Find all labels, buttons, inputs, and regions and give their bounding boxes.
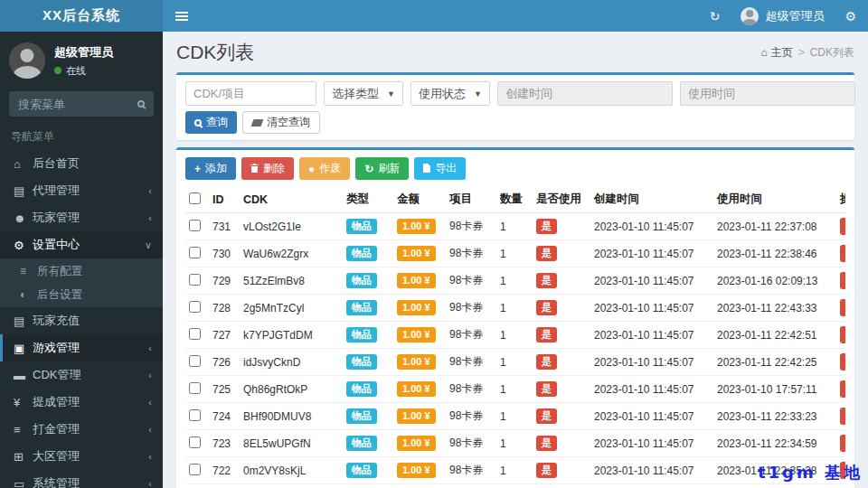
row-checkbox[interactable] xyxy=(189,355,201,367)
column-header: 项目 xyxy=(446,186,496,213)
cell-cdk: Qh86gRtOkP xyxy=(240,376,343,403)
cell-id: 722 xyxy=(209,457,240,484)
breadcrumb-home-link[interactable]: ⌂ 主页 xyxy=(760,45,792,61)
add-button[interactable]: + 添加 xyxy=(185,157,236,180)
cell-created: 2023-01-10 11:45:07 xyxy=(590,349,713,376)
refresh-button[interactable]: ↻ xyxy=(698,0,732,32)
delete-row-button[interactable] xyxy=(840,353,845,371)
row-checkbox[interactable] xyxy=(189,436,201,448)
chevron-icon: ‹ xyxy=(148,424,152,435)
row-checkbox[interactable] xyxy=(189,409,201,421)
sidebar-item-cdk[interactable]: ▬CDK管理‹ xyxy=(0,361,163,389)
amount-badge: 1.00 ¥ xyxy=(397,408,436,424)
cell-id: 727 xyxy=(209,322,240,349)
sidebar-item-home[interactable]: ⌂后台首页 xyxy=(0,150,163,177)
void-button-label: 作废 xyxy=(319,161,341,176)
delete-row-button[interactable] xyxy=(840,380,845,398)
online-dot-icon xyxy=(54,67,61,74)
sidebar-toggle-button[interactable] xyxy=(163,0,201,32)
type-select[interactable]: 选择类型 ▼ xyxy=(324,81,403,106)
delete-row-button[interactable] xyxy=(840,435,845,452)
caret-down-icon: ▼ xyxy=(474,89,482,99)
sidebar-item-player[interactable]: ☻玩家管理‹ xyxy=(0,204,163,231)
sidebar-item-recharge[interactable]: ▤玩家充值 xyxy=(0,307,163,334)
sidebar-search xyxy=(9,91,154,117)
row-checkbox[interactable] xyxy=(189,220,201,231)
add-button-label: 添加 xyxy=(205,161,227,176)
used-time-input[interactable] xyxy=(680,81,855,106)
used-badge: 是 xyxy=(536,246,557,261)
row-checkbox[interactable] xyxy=(189,274,201,286)
cell-qty: 1 xyxy=(496,403,533,430)
refresh-button-label: 刷新 xyxy=(378,161,400,176)
sidebar-item-label: 游戏管理 xyxy=(33,340,80,356)
cell-created: 2023-01-10 11:45:07 xyxy=(590,322,713,349)
sidebar-item-backend-settings[interactable]: ◐后台设置 xyxy=(0,283,163,306)
cell-cdk: 0m2VY8sKjL xyxy=(240,457,343,484)
type-badge: 物品 xyxy=(346,463,377,478)
row-checkbox[interactable] xyxy=(189,247,201,258)
table-row: 727k7YPJGTdDM物品1.00 ¥98卡券1是2023-01-10 11… xyxy=(185,322,845,349)
sidebar-item-label: 打金管理 xyxy=(33,421,80,437)
delete-row-button[interactable] xyxy=(840,218,845,235)
status-select[interactable]: 使用状态 ▼ xyxy=(410,81,490,106)
created-time-input[interactable] xyxy=(497,81,673,106)
row-checkbox[interactable] xyxy=(189,301,201,313)
cell-id: 730 xyxy=(209,240,240,267)
delete-button-label: 删除 xyxy=(263,161,285,176)
page-title: CDK列表 xyxy=(176,40,254,65)
users-icon: ☻ xyxy=(14,211,33,225)
sidebar-item-commission[interactable]: ¥提成管理‹ xyxy=(0,389,163,416)
settings-button[interactable]: ⚙ xyxy=(833,0,868,32)
content-header: CDK列表 ⌂ 主页 > CDK列表 xyxy=(163,32,868,72)
search-button[interactable] xyxy=(128,91,154,117)
table-toolbar: + 添加 删除 ● 作废 ↻ 刷新 导出 xyxy=(185,157,845,180)
sidebar-item-settings[interactable]: ⚙设置中心∨ xyxy=(0,231,163,258)
user-status: 在线 xyxy=(54,64,113,78)
chevron-icon: ‹ xyxy=(148,478,152,488)
sidebar-item-gold[interactable]: ≡打金管理‹ xyxy=(0,416,163,443)
export-button[interactable]: 导出 xyxy=(414,157,466,180)
navbar-user-menu[interactable]: 超级管理员 xyxy=(731,0,833,32)
cell-project: 98卡券 xyxy=(446,403,496,430)
cell-created: 2023-01-10 11:45:07 xyxy=(590,403,713,430)
table-row: 724BHf90DMUV8物品1.00 ¥98卡券1是2023-01-10 11… xyxy=(185,403,845,430)
cell-used-at: 2023-01-11 22:37:08 xyxy=(713,213,836,240)
delete-row-button[interactable] xyxy=(840,408,845,425)
sidebar-item-game[interactable]: ▣游戏管理‹ xyxy=(0,334,163,361)
cell-used-at: 2023-01-11 22:34:59 xyxy=(713,430,836,457)
filter-row: 选择类型 ▼ 使用状态 ▼ xyxy=(185,81,845,106)
void-button[interactable]: ● 作废 xyxy=(299,157,350,180)
query-button[interactable]: 查询 xyxy=(185,111,237,134)
delete-row-button[interactable] xyxy=(840,272,845,289)
column-header: 类型 xyxy=(343,186,393,213)
cdk-project-input[interactable] xyxy=(185,81,316,106)
delete-button[interactable]: 删除 xyxy=(241,157,294,180)
status-select-value: 使用状态 xyxy=(419,86,466,102)
used-badge: 是 xyxy=(536,300,557,315)
sidebar-item-region[interactable]: ⊞大区管理‹ xyxy=(0,443,163,470)
row-checkbox[interactable] xyxy=(189,382,201,394)
refresh-table-button[interactable]: ↻ 刷新 xyxy=(355,157,409,180)
cell-used-at: 2023-01-11 22:33:23 xyxy=(713,403,836,430)
chevron-icon: ‹ xyxy=(148,370,152,380)
delete-row-button[interactable] xyxy=(840,299,845,316)
sidebar-item-all-config[interactable]: ≡所有配置 xyxy=(0,259,163,283)
sidebar-item-system[interactable]: ▭系统管理‹ xyxy=(0,470,163,488)
chevron-icon: ‹ xyxy=(148,212,152,223)
app-logo[interactable]: XX后台系统 xyxy=(0,0,163,32)
navbar-right: ↻ 超级管理员 ⚙ xyxy=(698,0,868,32)
breadcrumb-current: CDK列表 xyxy=(810,45,854,61)
caret-down-icon: ▼ xyxy=(387,89,395,99)
watermark: t1gm 基地 xyxy=(758,462,863,483)
delete-row-button[interactable] xyxy=(840,245,845,262)
select-all-checkbox[interactable] xyxy=(189,192,201,204)
sidebar-item-label: 后台设置 xyxy=(37,287,82,303)
sidebar-item-agent[interactable]: ▤代理管理‹ xyxy=(0,177,163,204)
cell-id: 728 xyxy=(209,295,240,322)
clear-query-button[interactable]: 清空查询 xyxy=(242,111,320,134)
row-checkbox[interactable] xyxy=(189,328,201,340)
filter-actions: 查询 清空查询 xyxy=(185,111,845,134)
delete-row-button[interactable] xyxy=(840,326,845,343)
row-checkbox[interactable] xyxy=(189,464,201,475)
